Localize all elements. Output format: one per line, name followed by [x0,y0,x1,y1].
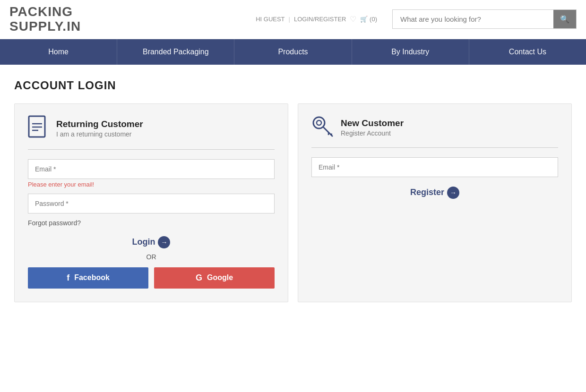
register-btn-row: Register → [311,187,558,199]
cart-icon[interactable]: 🛒 (0) [360,16,377,23]
register-button[interactable]: Register → [410,187,459,199]
login-panels: Returning Customer I am a returning cust… [14,103,572,302]
forgot-password-link[interactable]: Forgot password? [28,219,275,227]
returning-customer-heading: Returning Customer [56,119,143,129]
nav-home[interactable]: Home [0,39,117,65]
new-customer-panel: New Customer Register Account Register → [298,103,572,302]
cart-count: (0) [370,16,377,23]
new-customer-heading: New Customer [341,118,404,128]
login-button[interactable]: Login → [132,236,171,248]
key-icon [311,115,333,140]
logo[interactable]: PACKING SUPPLY.IN [9,5,81,34]
new-customer-divider [311,147,558,148]
nav-contact-us[interactable]: Contact Us [469,39,586,65]
document-icon [28,115,49,142]
navbar: Home Branded Packaging Products By Indus… [0,39,586,65]
register-label: Register [410,187,444,197]
or-divider: OR [28,253,275,261]
password-group [28,194,275,213]
search-bar: 🔍 [392,9,577,29]
returning-customer-text: Returning Customer I am a returning cust… [56,119,143,138]
returning-customer-panel: Returning Customer I am a returning cust… [14,103,288,302]
new-email-group [311,157,558,177]
google-icon: G [196,273,202,283]
email-input[interactable] [28,159,275,179]
email-group: Please enter your email! [28,159,275,188]
new-customer-text: New Customer Register Account [341,118,404,137]
svg-point-4 [313,117,325,128]
login-label: Login [132,237,155,247]
new-customer-header: New Customer Register Account [311,115,558,140]
email-error: Please enter your email! [28,181,275,188]
search-button[interactable]: 🔍 [553,10,576,28]
nav-products[interactable]: Products [234,39,352,65]
password-input[interactable] [28,194,275,213]
divider: | [289,16,290,23]
logo-line1: PACKING [9,5,81,19]
logo-line2: SUPPLY.IN [9,19,81,34]
new-customer-subheading: Register Account [341,129,404,137]
login-arrow-icon: → [158,236,170,248]
social-buttons: f Facebook G Google [28,267,275,289]
login-register-link[interactable]: LOGIN/REGISTER [294,16,346,23]
page-title: ACCOUNT LOGIN [14,79,572,92]
facebook-label: Facebook [74,273,110,282]
search-input[interactable] [393,10,553,28]
header-right: HI GUEST | LOGIN/REGISTER ♡ 🛒 (0) 🔍 [81,9,577,29]
google-label: Google [207,273,233,282]
returning-customer-header: Returning Customer I am a returning cust… [28,115,275,142]
new-email-input[interactable] [311,157,558,177]
register-arrow-icon: → [447,187,459,199]
facebook-button[interactable]: f Facebook [28,267,148,289]
guest-label: HI GUEST [256,16,284,23]
nav-branded-packaging[interactable]: Branded Packaging [117,39,234,65]
nav-by-industry[interactable]: By Industry [352,39,469,65]
main-content: ACCOUNT LOGIN Returning Customer I am a … [0,65,586,321]
returning-customer-subheading: I am a returning customer [56,130,143,138]
header: PACKING SUPPLY.IN HI GUEST | LOGIN/REGIS… [0,0,586,39]
wishlist-icon[interactable]: ♡ [350,15,356,24]
google-button[interactable]: G Google [154,267,275,289]
svg-point-5 [317,120,321,125]
header-user: HI GUEST | LOGIN/REGISTER ♡ 🛒 (0) [256,15,377,24]
login-btn-row: Login → [28,236,275,248]
panel-divider [28,149,275,150]
facebook-icon: f [67,273,69,283]
